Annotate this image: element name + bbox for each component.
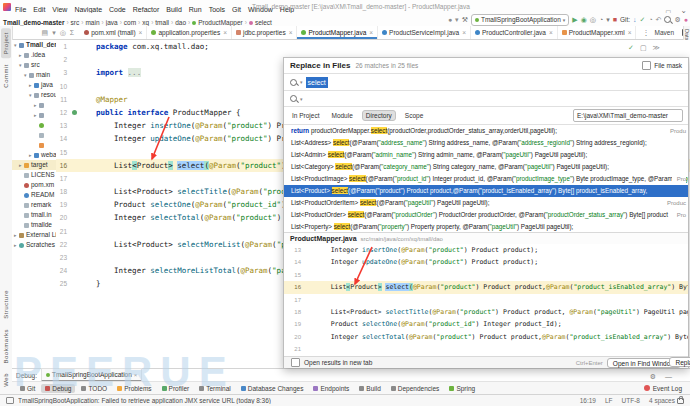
tree-item--idea[interactable]: ▸.idea <box>12 50 56 60</box>
search-everywhere-icon[interactable] <box>664 16 671 23</box>
tree-item-readm[interactable]: READM <box>12 190 56 200</box>
tree-item-external-li[interactable]: ▸External Li <box>12 230 56 240</box>
tab-overflow-icon[interactable]: ⋮ <box>642 29 649 37</box>
tree-item-tmallde[interactable]: tmallde <box>12 220 56 230</box>
close-tab-icon[interactable]: × <box>223 29 227 36</box>
run-configuration-select[interactable]: TmallSpringBootApplication▾ <box>471 14 569 26</box>
breadcrumb-item[interactable]: select <box>249 19 272 26</box>
preview-editor[interactable]: 13 Integer insertOne(@Param("product") P… <box>284 244 688 356</box>
toolwindow-button-database-changes[interactable]: Database Changes <box>237 384 308 393</box>
breadcrumb-item[interactable]: dao <box>175 19 186 26</box>
settings-gear-icon[interactable]: ⚙ <box>674 13 680 26</box>
tree-item-main[interactable]: ▾main <box>12 70 56 80</box>
tree-item-webapp[interactable]: ▸webapp <box>12 150 56 160</box>
file-mask-checkbox[interactable] <box>642 61 651 70</box>
debug-button[interactable]: ◉ <box>581 13 587 26</box>
search-field[interactable]: ▾ select <box>284 73 688 90</box>
scope-option-scope[interactable]: Scope <box>402 111 426 120</box>
build-hammer-icon[interactable]: ⚒ <box>462 13 468 26</box>
tree-item[interactable] <box>12 130 56 140</box>
search-result-row[interactable]: List<Admin> select(@Param("admin_name") … <box>284 149 688 161</box>
event-log-button[interactable]: Event Log <box>644 385 690 392</box>
tree-item-java[interactable]: ▸java <box>12 80 56 90</box>
user-dropdown-icon[interactable]: ▾ <box>455 13 459 26</box>
toolwindow-button-build[interactable]: Build <box>355 384 384 393</box>
close-tab-icon[interactable]: × <box>549 29 553 36</box>
scope-option-directory[interactable]: Directory <box>362 110 396 121</box>
tree-item-remark[interactable]: remark <box>12 200 56 210</box>
breadcrumb-item[interactable]: Tmall_demo-master <box>3 19 64 26</box>
replace-field[interactable]: ▾ <box>284 90 688 106</box>
close-tab-icon[interactable]: × <box>369 29 373 36</box>
search-result-row[interactable]: List<Product> select(@Param("product") P… <box>284 185 688 197</box>
search-input-value[interactable]: select <box>306 77 328 88</box>
toolwindow-button-dependencies[interactable]: Dependencies <box>387 384 444 393</box>
editor-tab-productserviceimpl-java[interactable]: ProductServiceImpl.java× <box>378 26 471 39</box>
editor-tab-productcontroller-java[interactable]: ProductController.java× <box>471 26 558 39</box>
panel-settings-gear-icon[interactable]: ⚙ <box>650 370 656 383</box>
file-mask-option[interactable]: File mask <box>642 61 682 70</box>
view-options-icon[interactable]: ▾ <box>52 26 56 39</box>
close-tab-icon[interactable]: × <box>462 29 466 36</box>
editor-tab-productmapper-xml[interactable]: ProductMapper.xml× <box>558 26 637 39</box>
toolwindow-button-git[interactable]: Git <box>16 384 39 393</box>
structure-sigma-icon[interactable]: Σ <box>70 26 74 39</box>
debug-session-tab[interactable]: TmallSpringBootApplication × <box>41 368 142 382</box>
close-tab-icon[interactable]: × <box>628 29 632 36</box>
toolwindow-button-problems[interactable]: Problems <box>113 384 155 393</box>
run-button[interactable]: ▶ <box>572 13 577 26</box>
globe-icon[interactable]: ◎ <box>60 26 66 39</box>
profiler-button[interactable]: ◔ <box>599 13 603 26</box>
breadcrumb-item[interactable]: main <box>85 19 99 26</box>
tree-item[interactable]: ▸ <box>12 100 56 110</box>
sr-item[interactable]: 4 spaces <box>649 397 675 404</box>
tree-item-resources[interactable]: ▾resources <box>12 90 56 100</box>
scope-option-in-project[interactable]: In Project <box>289 111 322 120</box>
scope-option-module[interactable]: Module <box>328 111 355 120</box>
maven-toolwindow-button[interactable]: Maven <box>654 29 674 36</box>
stripe-button-web[interactable]: Web <box>1 369 11 391</box>
hide-window-icon[interactable]: ▤ <box>42 26 49 39</box>
search-result-row[interactable]: return productOrderMapper.select(product… <box>284 125 688 137</box>
folder-icon[interactable]: ▢ <box>640 41 647 54</box>
editor-tab-pom-xml-tmall-[interactable]: pom.xml (tmall)× <box>80 26 147 39</box>
rollback-icon[interactable]: ↶ <box>656 13 662 26</box>
breadcrumb-item[interactable]: java <box>106 19 118 26</box>
tree-item-licens[interactable]: LICENS <box>12 170 56 180</box>
tree-item-target[interactable]: ▸target <box>12 160 56 170</box>
close-session-icon[interactable]: × <box>134 372 138 378</box>
search-result-row[interactable]: List<Category> select(@Param("category_n… <box>284 161 688 173</box>
git-commit-icon[interactable]: ✓ <box>640 13 646 26</box>
toolwindow-toggle-icon[interactable] <box>6 397 14 404</box>
close-tab-icon[interactable]: × <box>289 29 293 36</box>
sr-item[interactable]: LF <box>605 397 613 404</box>
sr-item[interactable]: 16:19 <box>580 397 596 404</box>
gradient-app-icon[interactable]: ● <box>684 13 688 26</box>
profiler-dropdown-icon[interactable]: ▾ <box>606 13 610 26</box>
search-result-row[interactable]: List<Address> select(@Param("address_nam… <box>284 137 688 149</box>
editor-tab-application-properties[interactable]: application.properties× <box>147 26 232 39</box>
history-icon[interactable]: ◔ <box>648 13 652 26</box>
editor-tab-productmapper-java[interactable]: ProductMapper.java× <box>297 26 378 39</box>
directory-path-input[interactable]: E:\java\XM\Tmall_demo-master <box>573 109 683 122</box>
search-result-row[interactable]: List<ProductOrderItem> select(@Param("pa… <box>284 197 688 209</box>
inspections-ok-icon[interactable]: ✓ <box>628 41 634 54</box>
chevrons-icon[interactable]: ≫ <box>653 41 660 54</box>
stripe-button-structure[interactable]: Structure <box>1 286 11 323</box>
tree-item[interactable]: ▸ <box>12 110 56 120</box>
tree-item-tmall-in[interactable]: tmall.in <box>12 210 56 220</box>
toolwindow-button-debug[interactable]: Debug <box>41 384 75 393</box>
search-result-row[interactable]: List<ProductImage> select(@Param("produc… <box>284 173 688 185</box>
toolwindow-button-profiler[interactable]: Profiler <box>158 384 194 393</box>
tree-item-tmall-demo-master[interactable]: ▾Tmall_demo-master <box>12 40 56 50</box>
breadcrumb-item[interactable]: src <box>71 19 80 26</box>
user-icon[interactable]: ● <box>448 13 452 26</box>
sr-item[interactable]: UTF-8 <box>622 397 640 404</box>
replace-all-button[interactable]: Replace All <box>669 357 690 367</box>
toolwindow-button-spring[interactable]: Spring <box>445 384 479 393</box>
close-tab-icon[interactable]: × <box>139 29 143 36</box>
stripe-button-bookmarks[interactable]: Bookmarks <box>1 325 11 368</box>
breadcrumb-item[interactable]: xq <box>142 19 149 26</box>
tree-item-pom-xm[interactable]: pom.xm <box>12 180 56 190</box>
toolwindow-button-terminal[interactable]: Terminal <box>195 384 235 393</box>
